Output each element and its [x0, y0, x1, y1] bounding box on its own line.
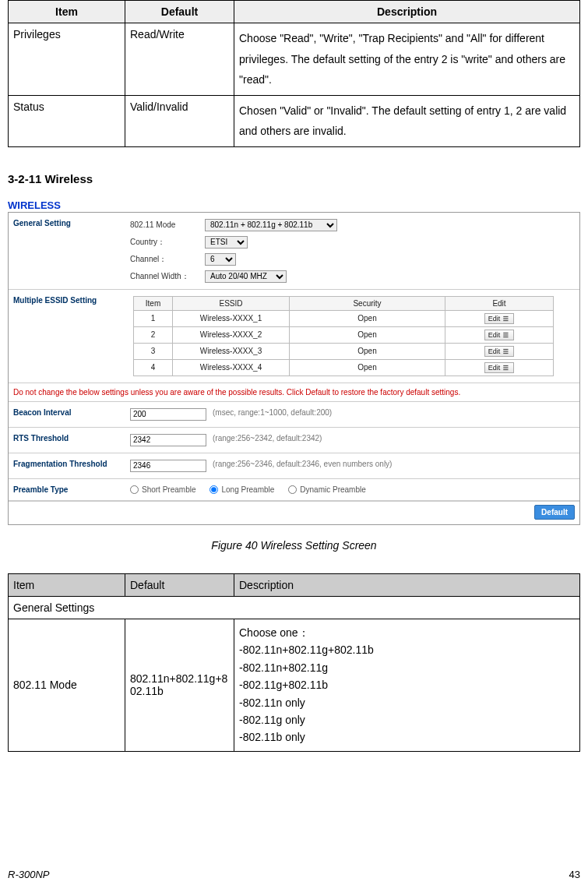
section-heading: 3-2-11 Wireless [8, 172, 580, 185]
svg-rect-5 [504, 337, 509, 337]
wireless-title: WIRELESS [8, 199, 580, 211]
frag-input[interactable] [130, 460, 206, 472]
essid-cell-security: Open [290, 310, 445, 326]
preamble-long-label: Long Preamble [221, 485, 274, 494]
preamble-row: Preamble Type Short Preamble Long Preamb… [9, 479, 579, 501]
th2-item: Item [9, 573, 125, 596]
frag-label: Fragmentation Threshold [13, 460, 130, 472]
mode-select[interactable]: 802.11n + 802.11g + 802.11b [205, 219, 337, 231]
beacon-hint: (msec, range:1~1000, default:200) [213, 408, 332, 421]
edit-button[interactable]: Edit [484, 346, 515, 357]
svg-rect-0 [504, 316, 509, 317]
th2-default: Default [125, 573, 234, 596]
edit-label: Edit [488, 364, 501, 372]
mode-label: 802.11 Mode [130, 220, 200, 229]
rts-hint: (range:256~2342, default:2342) [213, 434, 322, 446]
svg-rect-7 [504, 351, 509, 351]
cell-item: Privileges [9, 23, 125, 96]
edit-label: Edit [488, 331, 501, 339]
essid-th-edit: Edit [445, 296, 554, 310]
th-description: Description [234, 1, 580, 23]
th-default: Default [125, 1, 234, 23]
general-settings-section: General Settings [9, 596, 580, 619]
cell-default: Read/Write [125, 23, 234, 96]
cell-description: Chosen "Valid" or "Invalid". The default… [234, 95, 580, 146]
desc-line: -802.11n+802.11g+802.11b [239, 641, 575, 658]
edit-button[interactable]: Edit [484, 362, 515, 373]
footer-model: R-300NP [8, 869, 49, 880]
essid-cell-name: Wireless-XXXX_3 [173, 343, 290, 359]
width-select[interactable]: Auto 20/40 MHZ [205, 270, 287, 283]
edit-button[interactable]: Edit [484, 330, 515, 340]
essid-label: Multiple ESSID Setting [13, 296, 130, 376]
svg-rect-8 [504, 353, 509, 354]
edit-label: Edit [488, 315, 501, 323]
general-setting-label: General Setting [13, 219, 130, 283]
essid-table: Item ESSID Security Edit 1Wireless-XXXX_… [133, 296, 554, 376]
desc-line: -802.11b only [239, 728, 575, 746]
th-item: Item [9, 1, 125, 23]
table-row: Status Valid/Invalid Chosen "Valid" or "… [9, 95, 580, 146]
table-row: Privileges Read/Write Choose "Read", "Wr… [9, 23, 580, 96]
essid-cell-security: Open [290, 343, 445, 359]
frag-hint: (range:256~2346, default:2346, even numb… [213, 460, 392, 472]
svg-rect-1 [504, 318, 509, 319]
list-icon [502, 347, 510, 355]
list-icon [502, 331, 510, 339]
th2-description: Description [234, 573, 580, 596]
preamble-long-radio[interactable] [209, 485, 218, 494]
cell-item: Status [9, 95, 125, 146]
essid-row: 4Wireless-XXXX_4OpenEdit [134, 359, 554, 376]
edit-button[interactable]: Edit [484, 313, 515, 324]
beacon-input[interactable] [130, 408, 206, 421]
country-select[interactable]: ETSI [205, 236, 248, 249]
svg-rect-9 [504, 365, 509, 366]
svg-rect-3 [504, 333, 509, 333]
desc-line: -802.11g+802.11b [239, 676, 575, 693]
preamble-long-option[interactable]: Long Preamble [209, 485, 274, 494]
desc-line: -802.11n only [239, 694, 575, 711]
essid-cell-item: 3 [134, 343, 173, 359]
list-icon [502, 315, 510, 323]
essid-cell-name: Wireless-XXXX_2 [173, 326, 290, 343]
preamble-label: Preamble Type [13, 485, 130, 494]
channel-select[interactable]: 6 [205, 253, 236, 266]
top-description-table: Item Default Description Privileges Read… [8, 0, 580, 147]
preamble-short-option[interactable]: Short Preamble [130, 485, 195, 494]
general-setting-row: General Setting 802.11 Mode 802.11n + 80… [9, 213, 579, 290]
rts-label: RTS Threshold [13, 434, 130, 446]
essid-cell-name: Wireless-XXXX_1 [173, 310, 290, 326]
essid-cell-item: 2 [134, 326, 173, 343]
essid-row: 1Wireless-XXXX_1OpenEdit [134, 310, 554, 326]
desc-line: -802.11n+802.11g [239, 659, 575, 676]
essid-row: 2Wireless-XXXX_2OpenEdit [134, 326, 554, 343]
essid-cell-security: Open [290, 326, 445, 343]
desc-line: -802.11g only [239, 711, 575, 728]
desc-intro: Choose one： [239, 624, 575, 641]
preamble-dynamic-radio[interactable] [288, 485, 297, 494]
preamble-short-radio[interactable] [130, 485, 139, 494]
beacon-label: Beacon Interval [13, 408, 130, 421]
figure-caption: Figure 40 Wireless Setting Screen [8, 539, 580, 552]
essid-cell-item: 1 [134, 310, 173, 326]
table-row: 802.11 Mode 802.11n+802.11g+802.11b Choo… [9, 619, 580, 751]
default-button[interactable]: Default [534, 505, 575, 520]
svg-rect-2 [504, 320, 509, 321]
cell-default: 802.11n+802.11g+802.11b [125, 619, 234, 751]
preamble-short-label: Short Preamble [142, 485, 195, 494]
preamble-dynamic-option[interactable]: Dynamic Preamble [288, 485, 365, 494]
essid-th-item: Item [134, 296, 173, 310]
cell-item: 802.11 Mode [9, 619, 125, 751]
cell-description: Choose "Read", "Write", "Trap Recipients… [234, 23, 580, 96]
svg-rect-4 [504, 334, 509, 335]
essid-row: 3Wireless-XXXX_3OpenEdit [134, 343, 554, 359]
essid-cell-item: 4 [134, 359, 173, 376]
country-label: Country： [130, 237, 200, 248]
width-label: Channel Width： [130, 271, 200, 282]
essid-cell-security: Open [290, 359, 445, 376]
svg-rect-10 [504, 367, 509, 368]
essid-cell-name: Wireless-XXXX_4 [173, 359, 290, 376]
cell-default: Valid/Invalid [125, 95, 234, 146]
rts-input[interactable] [130, 434, 206, 446]
beacon-row: Beacon Interval (msec, range:1~1000, def… [9, 402, 579, 428]
